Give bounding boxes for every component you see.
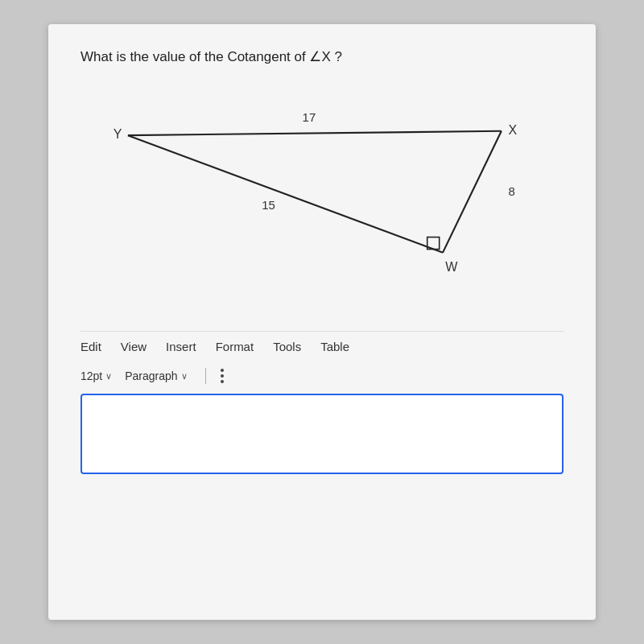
font-size-chevron: ∨: [105, 371, 112, 382]
answer-input-box[interactable]: [80, 394, 564, 474]
vertex-X-label: X: [508, 122, 517, 137]
question-text: What is the value of the Cotangent of ∠X…: [80, 48, 564, 65]
svg-line-0: [128, 131, 502, 135]
svg-line-2: [128, 135, 443, 253]
toolbar-divider: [205, 368, 206, 384]
paragraph-label: Paragraph: [125, 369, 177, 382]
side-YX-label: 17: [303, 110, 316, 124]
side-XW-label: 8: [509, 184, 515, 198]
vertex-Y-label: Y: [114, 126, 122, 141]
dot2: [221, 374, 224, 378]
vertex-W-label: W: [445, 259, 458, 274]
dot3: [221, 380, 224, 383]
menu-view[interactable]: View: [121, 340, 147, 353]
more-options-button[interactable]: [214, 366, 230, 386]
side-YW-label: 15: [262, 198, 275, 212]
dot1: [221, 369, 224, 372]
triangle-diagram: Y X W 17 8 15: [80, 81, 564, 307]
font-size-dropdown[interactable]: 12pt ∨: [80, 369, 112, 382]
menu-tools[interactable]: Tools: [273, 340, 301, 353]
menu-table[interactable]: Table: [320, 340, 349, 353]
font-size-value: 12pt: [80, 369, 102, 382]
page: What is the value of the Cotangent of ∠X…: [48, 24, 596, 620]
toolbar: 12pt ∨ Paragraph ∨: [80, 360, 564, 394]
menu-bar: Edit View Insert Format Tools Table: [80, 331, 564, 360]
menu-format[interactable]: Format: [216, 340, 254, 353]
menu-edit[interactable]: Edit: [80, 340, 101, 353]
paragraph-dropdown[interactable]: Paragraph ∨: [125, 369, 187, 382]
paragraph-chevron: ∨: [181, 371, 188, 382]
menu-insert[interactable]: Insert: [166, 340, 196, 353]
svg-line-1: [443, 131, 502, 253]
